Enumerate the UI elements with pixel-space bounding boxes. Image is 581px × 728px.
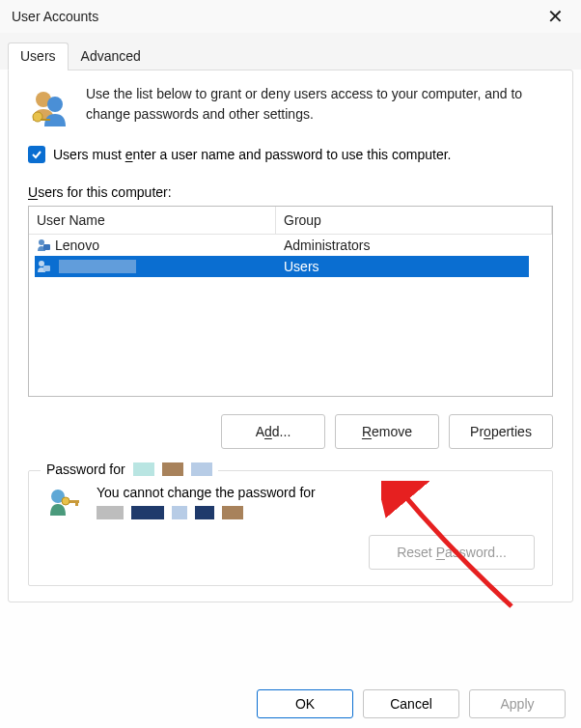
column-username[interactable]: User Name bbox=[29, 207, 276, 234]
checkbox-label: Users must enter a user name and passwor… bbox=[53, 147, 451, 162]
cancel-button[interactable]: Cancel bbox=[363, 689, 459, 718]
ok-button[interactable]: OK bbox=[257, 689, 353, 718]
users-listview[interactable]: User Name Group Lenovo Administrators bbox=[28, 206, 553, 397]
intro-text: Use the list below to grant or deny user… bbox=[86, 84, 553, 128]
cell-group: Users bbox=[282, 256, 529, 277]
users-icon bbox=[28, 88, 69, 128]
svg-point-6 bbox=[39, 261, 44, 266]
cell-group: Administrators bbox=[276, 235, 552, 256]
svg-rect-11 bbox=[75, 500, 78, 506]
properties-button[interactable]: Properties bbox=[449, 414, 553, 449]
redacted-text bbox=[195, 506, 214, 519]
require-login-checkbox[interactable]: Users must enter a user name and passwor… bbox=[28, 146, 553, 163]
intro-row: Use the list below to grant or deny user… bbox=[28, 84, 553, 128]
list-item[interactable]: Lenovo Administrators bbox=[29, 235, 552, 256]
list-item[interactable]: Users bbox=[35, 256, 529, 277]
key-icon bbox=[46, 487, 83, 519]
user-buttons-row: Add... Remove Properties bbox=[28, 414, 553, 449]
password-row: You cannot change the password for bbox=[46, 485, 535, 519]
redacted-text bbox=[133, 462, 154, 476]
dialog-footer: OK Cancel Apply bbox=[257, 689, 566, 718]
add-button[interactable]: Add... bbox=[221, 414, 325, 449]
tab-users[interactable]: Users bbox=[8, 42, 69, 70]
user-icon bbox=[37, 238, 51, 252]
redacted-text bbox=[59, 260, 136, 273]
redacted-text bbox=[191, 462, 212, 476]
tab-panel-users: Use the list below to grant or deny user… bbox=[8, 70, 573, 602]
redacted-text bbox=[222, 506, 243, 519]
checkmark-icon bbox=[28, 146, 45, 163]
titlebar: User Accounts ✕ bbox=[0, 0, 581, 33]
svg-point-4 bbox=[39, 239, 44, 245]
svg-point-10 bbox=[62, 497, 69, 505]
apply-button: Apply bbox=[469, 689, 566, 718]
remove-button[interactable]: Remove bbox=[335, 414, 439, 449]
redacted-text bbox=[162, 462, 183, 476]
svg-point-1 bbox=[47, 97, 63, 112]
password-text-block: You cannot change the password for bbox=[97, 485, 316, 519]
reset-password-button: Reset Password... bbox=[369, 535, 535, 570]
tab-strip: Users Advanced bbox=[0, 33, 581, 70]
password-section: Password for You cannot change the bbox=[28, 470, 553, 586]
column-group[interactable]: Group bbox=[276, 207, 552, 234]
window-title: User Accounts bbox=[12, 9, 98, 24]
redacted-text bbox=[97, 506, 124, 519]
redacted-text bbox=[131, 506, 164, 519]
users-list-label: Users for this computer: bbox=[28, 184, 553, 200]
reset-row: Reset Password... bbox=[46, 535, 535, 570]
redacted-row bbox=[97, 506, 316, 519]
listview-header: User Name Group bbox=[29, 207, 552, 235]
cell-username: Lenovo bbox=[55, 238, 99, 253]
password-legend: Password for bbox=[41, 462, 218, 477]
svg-rect-3 bbox=[41, 119, 50, 121]
svg-rect-5 bbox=[43, 244, 50, 250]
tab-advanced[interactable]: Advanced bbox=[69, 42, 153, 70]
close-icon[interactable]: ✕ bbox=[541, 5, 569, 28]
user-accounts-dialog: User Accounts ✕ Users Advanced Use the l… bbox=[0, 0, 581, 728]
user-icon bbox=[37, 260, 51, 273]
redacted-text bbox=[172, 506, 187, 519]
svg-rect-7 bbox=[43, 266, 50, 271]
